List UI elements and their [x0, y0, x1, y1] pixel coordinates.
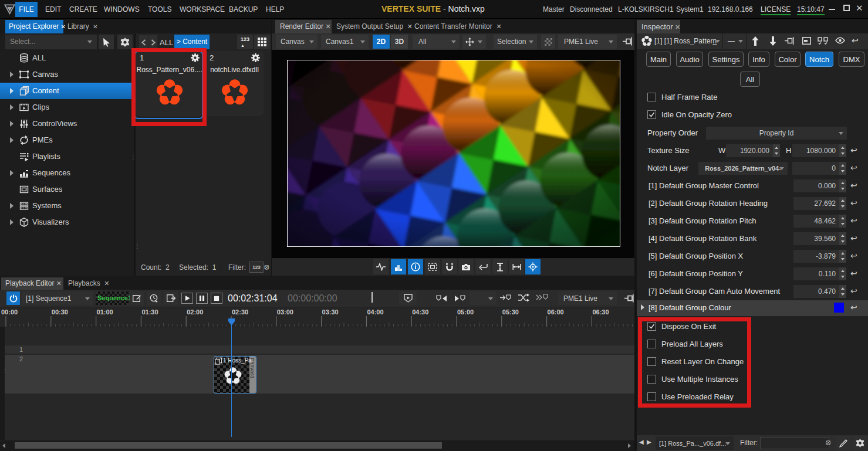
svg-text:04:00: 04:00 [367, 308, 383, 316]
svg-text:00:30: 00:30 [52, 308, 68, 316]
svg-text:06:30: 06:30 [592, 308, 609, 316]
svg-text:01:00: 01:00 [97, 308, 113, 316]
svg-text:05:30: 05:30 [502, 308, 519, 316]
svg-text:03:30: 03:30 [322, 308, 339, 316]
svg-text:02:00: 02:00 [187, 308, 203, 316]
svg-text:06:00: 06:00 [548, 308, 564, 316]
svg-text:04:30: 04:30 [412, 308, 428, 316]
svg-text:02:30: 02:30 [232, 308, 248, 316]
svg-text:00:00: 00:00 [1, 308, 18, 316]
svg-text:01:30: 01:30 [141, 308, 158, 316]
svg-text:05:00: 05:00 [457, 308, 474, 316]
svg-text:03:00: 03:00 [277, 308, 293, 316]
